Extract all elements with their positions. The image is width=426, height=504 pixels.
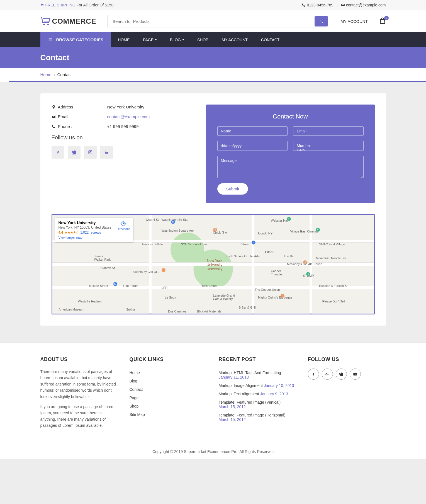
map-center-label: New York University University — [206, 258, 222, 271]
map-label: NYU School of Law — [181, 243, 207, 246]
map-directions[interactable]: Directions — [117, 220, 130, 231]
svg-point-2 — [320, 20, 322, 22]
message-input[interactable] — [217, 156, 364, 178]
nav-my-account[interactable]: MY ACCOUNT — [215, 33, 254, 47]
nav-contact[interactable]: CONTACT — [254, 33, 286, 47]
footer-post-link[interactable]: Template: Featured Image (Vertical) — [219, 400, 281, 404]
free-shipping-link[interactable]: FREE SHIPPING — [45, 3, 75, 7]
nav-shop[interactable]: SHOP — [191, 33, 215, 47]
map-label: Le Souk — [165, 296, 176, 299]
map-label: Houston Street — [87, 284, 108, 287]
page-title-bar: Contact — [0, 47, 426, 68]
map-label: Village East Cinema — [290, 230, 318, 233]
contact-card: Address : New York University Email : co… — [40, 93, 386, 326]
nav-home[interactable]: HOME — [111, 33, 136, 47]
youtube-icon — [353, 372, 357, 376]
twitter-icon — [72, 150, 76, 154]
contact-email[interactable]: contact@example.com — [107, 114, 150, 119]
city-select[interactable]: Mumbai Delhi — [293, 141, 364, 151]
map-label: Tisch School Of The Arts — [226, 255, 260, 258]
search-form — [107, 15, 329, 28]
facebook-icon — [56, 150, 60, 154]
footer-link[interactable]: Home — [130, 370, 140, 375]
footer-heading: ABOUT US — [40, 357, 118, 362]
footer-quick-links: QUICK LINKS Home Blog Contact Page Shop … — [130, 357, 208, 433]
submit-button[interactable]: Submit — [217, 183, 248, 195]
map-label: B Bar & Grill — [239, 306, 256, 309]
envelope-icon — [52, 115, 56, 119]
footer-link[interactable]: Contact — [130, 387, 143, 392]
cart-button[interactable]: 0 — [379, 18, 386, 25]
map-label: Blick Art Materials — [197, 310, 221, 313]
map-pin-icon: 🍴 — [281, 294, 284, 298]
cart-count-badge: 0 — [384, 16, 389, 20]
footer-link[interactable]: Shop — [130, 404, 139, 408]
footer-facebook[interactable] — [308, 369, 319, 380]
search-input[interactable] — [109, 16, 315, 26]
topbar-email[interactable]: contact@example.com — [341, 3, 386, 7]
map-rating: 4.4 — [59, 231, 63, 234]
crumb-home[interactable]: Home — [40, 72, 52, 77]
twitter-button[interactable] — [68, 146, 81, 159]
footer-link[interactable]: Site Map — [130, 412, 145, 417]
map[interactable]: New York University University Washingto… — [52, 214, 375, 314]
post-date: January 10, 2013 — [264, 383, 294, 388]
map-reviews[interactable]: 1,022 reviews — [80, 231, 101, 234]
logo-text: COMMERCE — [52, 17, 96, 26]
svg-point-1 — [47, 24, 49, 25]
contact-form: Contact Now Mumbai Delhi — [206, 105, 375, 203]
main-nav: BROWSE CATEGORIES HOME PAGE▾ BLOG▾ SHOP … — [0, 32, 426, 47]
browse-categories[interactable]: BROWSE CATEGORIES — [40, 32, 111, 47]
facebook-button[interactable] — [52, 146, 64, 159]
form-title: Contact Now — [217, 113, 364, 120]
footer-twitter[interactable] — [336, 369, 347, 380]
post-date: January 9, 2013 — [260, 392, 288, 396]
chevron-down-icon: ▾ — [182, 38, 184, 41]
topbar-phone: 0123-0456-789 — [302, 3, 333, 7]
map-label: Westville Hudson — [78, 300, 102, 303]
footer-post-link[interactable]: Template: Featured Image (Horizontal) — [219, 413, 286, 417]
nav-page[interactable]: PAGE▾ — [136, 33, 163, 47]
phone-icon — [302, 3, 306, 7]
footer-heading: RECENT POST — [219, 357, 297, 362]
footer-gplus[interactable] — [322, 369, 333, 380]
map-label: 8 Street — [239, 243, 250, 246]
truck-icon — [40, 3, 44, 7]
instagram-button[interactable] — [84, 146, 97, 159]
date-input[interactable] — [217, 141, 288, 151]
view-larger-map[interactable]: View larger map — [59, 236, 82, 239]
map-label: LPR — [162, 286, 167, 289]
map-label: Think Coffee — [200, 284, 217, 287]
footer-text: If you are going to use a passage of Lor… — [40, 404, 118, 429]
map-label: Russian & Turkish B — [319, 284, 347, 287]
map-label: West 4 St - Washington Sq Sta — [145, 218, 188, 221]
footer-link[interactable]: Page — [130, 396, 139, 400]
chevron-right-icon: › — [54, 72, 55, 77]
linkedin-button[interactable] — [100, 146, 113, 159]
logo[interactable]: COMMERCE — [40, 17, 96, 26]
footer-post-link[interactable]: Markup: HTML Tags And Formatting — [219, 370, 281, 375]
shipping-text: FREE SHIPPING For All Order Of $150 — [40, 3, 114, 7]
breadcrumb: Home › Contact — [0, 68, 426, 81]
footer-youtube[interactable] — [350, 369, 361, 380]
footer-post-link[interactable]: Markup: Text Alignment — [219, 392, 259, 396]
map-pin-icon: M — [252, 241, 255, 244]
map-label: Ippudo NY — [258, 232, 272, 235]
svg-point-4 — [89, 151, 91, 153]
nav-blog[interactable]: BLOG▾ — [163, 33, 191, 47]
footer-post-link[interactable]: Markup: Image Alignment — [219, 383, 263, 388]
map-label: The Bao — [284, 255, 295, 258]
map-info-card: Directions New York University New York,… — [55, 218, 133, 242]
follow-heading: Follow us on : — [52, 134, 198, 141]
search-icon — [320, 20, 323, 23]
topbar: FREE SHIPPING For All Order Of $150 0123… — [0, 0, 426, 10]
twitter-icon — [339, 372, 343, 376]
footer-link[interactable]: Blog — [130, 379, 137, 383]
contact-address: New York University — [107, 105, 144, 109]
search-button[interactable] — [315, 16, 328, 26]
name-input[interactable] — [217, 126, 288, 136]
contact-info: Address : New York University Email : co… — [52, 105, 198, 203]
my-account-link[interactable]: MY ACCOUNT — [340, 19, 368, 24]
star-icon: ★★★★☆ — [65, 231, 79, 234]
email-input[interactable] — [293, 126, 364, 136]
